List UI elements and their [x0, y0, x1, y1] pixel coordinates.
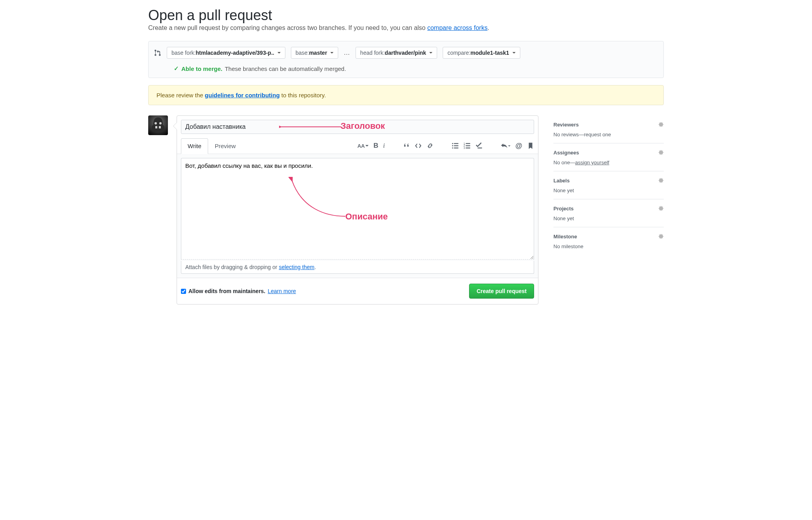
- base-branch-select[interactable]: base: master: [291, 47, 338, 59]
- ol-icon[interactable]: 123: [464, 142, 471, 149]
- svg-point-6: [452, 147, 453, 149]
- caret-down-icon: [330, 52, 333, 54]
- tab-preview[interactable]: Preview: [208, 138, 242, 154]
- merge-status: ✓ Able to merge. These branches can be a…: [174, 65, 657, 72]
- italic-icon[interactable]: i: [383, 142, 385, 150]
- head-fork-value: darthvader/pink: [385, 50, 426, 56]
- labels-title: Labels: [553, 178, 570, 184]
- compare-forks-link[interactable]: compare across forks: [427, 24, 488, 31]
- comment-box: Write Preview AA B i: [177, 115, 538, 305]
- create-pr-button[interactable]: Create pull request: [469, 284, 534, 299]
- svg-point-0: [155, 122, 157, 124]
- mention-icon[interactable]: @: [515, 142, 522, 150]
- compare-separator: …: [344, 49, 350, 56]
- sidebar: Reviewers No reviews—request one Assigne…: [553, 115, 664, 305]
- code-icon[interactable]: [415, 142, 422, 149]
- svg-rect-9: [466, 143, 470, 144]
- svg-point-2: [452, 143, 453, 144]
- user-avatar[interactable]: [148, 115, 168, 135]
- subtitle-text: Create a new pull request by comparing c…: [148, 24, 427, 31]
- gear-icon[interactable]: [657, 149, 664, 156]
- caret-down-icon: [512, 52, 516, 54]
- flash-suffix: to this repository.: [280, 92, 326, 98]
- base-fork-label: base fork:: [171, 50, 196, 56]
- svg-point-1: [159, 122, 162, 124]
- reply-icon[interactable]: [501, 142, 510, 149]
- svg-text:3: 3: [464, 147, 465, 149]
- projects-title: Projects: [553, 206, 574, 212]
- base-fork-value: htmlacademy-adaptive/393-p..: [196, 50, 274, 56]
- attach-prefix: Attach files by dragging & dropping or: [185, 264, 279, 270]
- head-fork-label: head fork:: [360, 50, 385, 56]
- merge-able-text: Able to merge.: [181, 65, 222, 72]
- milestone-text: No milestone: [553, 243, 664, 249]
- attach-hint: Attach files by dragging & dropping or s…: [181, 261, 534, 274]
- svg-rect-7: [454, 148, 458, 149]
- bookmark-icon[interactable]: [527, 142, 534, 149]
- labels-text: None yet: [553, 188, 664, 193]
- gear-icon[interactable]: [657, 233, 664, 240]
- compare-label: compare:: [447, 50, 470, 56]
- pr-title-input[interactable]: [181, 120, 534, 134]
- gear-icon[interactable]: [657, 205, 664, 212]
- link-icon[interactable]: [426, 142, 434, 149]
- allow-edits-label: Allow edits from maintainers.: [188, 288, 265, 294]
- reviewers-text: No reviews—request one: [553, 132, 664, 137]
- assignees-title: Assignees: [553, 150, 579, 156]
- svg-rect-3: [454, 143, 458, 144]
- caret-down-icon: [277, 52, 281, 54]
- reviewers-title: Reviewers: [553, 122, 579, 128]
- flash-prefix: Please review the: [156, 92, 205, 98]
- svg-rect-13: [466, 148, 470, 149]
- head-fork-select[interactable]: head fork: darthvader/pink: [356, 47, 437, 59]
- allow-edits-checkbox[interactable]: [181, 289, 186, 294]
- pr-body-textarea[interactable]: [181, 158, 534, 260]
- svg-rect-11: [466, 145, 470, 146]
- compare-branch-select[interactable]: compare: module1-task1: [443, 47, 520, 59]
- task-icon[interactable]: [475, 142, 482, 149]
- svg-rect-5: [454, 145, 458, 146]
- svg-point-4: [452, 145, 453, 147]
- guidelines-link[interactable]: guidelines for contributing: [205, 92, 280, 98]
- caret-down-icon: [429, 52, 432, 54]
- milestone-title: Milestone: [553, 234, 577, 240]
- base-value: master: [309, 50, 327, 56]
- gear-icon[interactable]: [657, 121, 664, 128]
- tab-write[interactable]: Write: [181, 138, 208, 154]
- markdown-toolbar: AA B i 123: [358, 142, 534, 150]
- compare-box: base fork: htmlacademy-adaptive/393-p.. …: [148, 41, 664, 78]
- git-compare-icon: [154, 49, 161, 56]
- quote-icon[interactable]: [403, 142, 410, 149]
- page-subtitle: Create a new pull request by comparing c…: [148, 24, 664, 32]
- heading-icon[interactable]: AA: [358, 143, 369, 149]
- merge-desc-text: These branches can be automatically merg…: [225, 65, 346, 72]
- assign-yourself-link[interactable]: assign yourself: [575, 160, 609, 165]
- assignees-prefix: No one—: [553, 160, 575, 165]
- subtitle-suffix: .: [488, 24, 489, 31]
- contributing-flash: Please review the guidelines for contrib…: [148, 85, 664, 105]
- check-icon: ✓: [174, 65, 179, 72]
- svg-rect-14: [478, 148, 482, 149]
- ul-icon[interactable]: [452, 142, 459, 149]
- attach-suffix: .: [315, 264, 316, 270]
- bold-icon[interactable]: B: [373, 142, 378, 150]
- select-files-link[interactable]: selecting them: [279, 264, 314, 270]
- learn-more-link[interactable]: Learn more: [268, 288, 296, 294]
- projects-text: None yet: [553, 215, 664, 221]
- gear-icon[interactable]: [657, 177, 664, 184]
- base-label: base:: [296, 50, 309, 56]
- base-fork-select[interactable]: base fork: htmlacademy-adaptive/393-p..: [167, 47, 285, 59]
- compare-value: module1-task1: [471, 50, 509, 56]
- page-title: Open a pull request: [148, 7, 664, 24]
